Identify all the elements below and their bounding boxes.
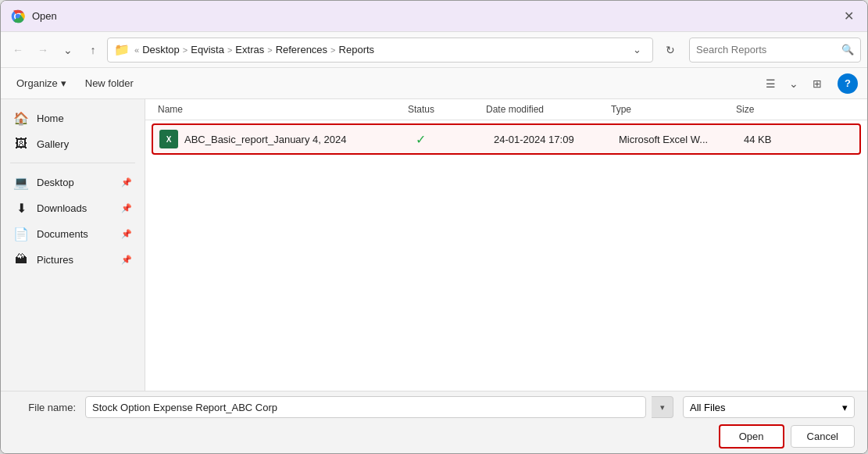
new-folder-button[interactable]: New folder: [79, 74, 140, 92]
path-references[interactable]: References: [276, 44, 327, 55]
address-path: « Desktop > Eqvista > Extras > Reference…: [134, 44, 623, 55]
search-bar: 🔍: [689, 38, 861, 63]
pictures-icon: 🏔: [13, 252, 29, 266]
excel-icon: X: [159, 130, 178, 148]
search-icon: 🔍: [841, 44, 854, 55]
help-button[interactable]: ?: [838, 73, 858, 94]
sidebar-item-label: Pictures: [37, 254, 73, 266]
search-input[interactable]: [696, 44, 837, 55]
file-size: 44 KB: [744, 134, 806, 145]
file-date: 24-01-2024 17:09: [494, 134, 619, 145]
filename-dropdown-button[interactable]: ▾: [652, 396, 673, 418]
column-size[interactable]: Size: [736, 104, 798, 115]
open-dialog: Open ✕ ← → ⌄ ↑ 📁 « Desktop > Eqvista > E…: [0, 0, 868, 454]
refresh-button[interactable]: ↻: [659, 39, 681, 61]
title-bar: Open ✕: [1, 1, 867, 32]
forward-button[interactable]: →: [32, 39, 54, 61]
back-button[interactable]: ←: [7, 39, 29, 61]
filename-row: File name: ▾ All Files ▾: [13, 396, 855, 418]
sidebar-item-label: Home: [37, 113, 64, 124]
column-type[interactable]: Type: [611, 104, 736, 115]
sidebar-item-home[interactable]: 🏠 Home: [4, 106, 141, 130]
file-name: ABC_Basic_report_January 4, 2024: [184, 134, 416, 145]
organize-button[interactable]: Organize ▾: [10, 74, 73, 92]
sidebar: 🏠 Home 🖼 Gallery 💻 Desktop 📌 ⬇ Downloads…: [1, 99, 145, 391]
sidebar-item-label: Documents: [37, 228, 88, 240]
documents-icon: 📄: [13, 227, 29, 241]
file-row[interactable]: X ABC_Basic_report_January 4, 2024 ✓ 24-…: [152, 123, 861, 155]
filetype-select[interactable]: All Files ▾: [683, 396, 855, 418]
cancel-button[interactable]: Cancel: [791, 425, 855, 448]
column-date-modified[interactable]: Date modified: [486, 104, 611, 115]
close-button[interactable]: ✕: [839, 7, 858, 26]
content-area: 🏠 Home 🖼 Gallery 💻 Desktop 📌 ⬇ Downloads…: [1, 99, 867, 391]
pin-icon: 📌: [121, 255, 132, 265]
sidebar-item-gallery[interactable]: 🖼 Gallery: [4, 132, 141, 156]
column-name[interactable]: Name: [158, 104, 408, 115]
dialog-title: Open: [32, 10, 839, 22]
sidebar-item-documents[interactable]: 📄 Documents 📌: [4, 222, 141, 246]
nav-bar: ← → ⌄ ↑ 📁 « Desktop > Eqvista > Extras >…: [1, 32, 867, 68]
path-eqvista[interactable]: Eqvista: [191, 44, 224, 55]
file-list-header: Name Status Date modified Type Size: [145, 99, 867, 120]
sidebar-item-label: Desktop: [37, 177, 74, 188]
home-icon: 🏠: [13, 111, 29, 126]
list-view-button[interactable]: ☰: [759, 73, 781, 95]
file-status: ✓: [416, 132, 494, 147]
desktop-icon: 💻: [13, 175, 29, 190]
pin-icon: 📌: [121, 203, 132, 213]
filetype-value: All Files: [690, 402, 726, 413]
toolbar: Organize ▾ New folder ☰ ⌄ ⊞ ?: [1, 68, 867, 99]
file-type: Microsoft Excel W...: [619, 134, 744, 145]
pin-icon: 📌: [121, 229, 132, 239]
path-reports[interactable]: Reports: [339, 44, 375, 55]
sidebar-item-pictures[interactable]: 🏔 Pictures 📌: [4, 248, 141, 271]
app-icon: [10, 9, 26, 24]
up-button[interactable]: ↑: [82, 39, 104, 61]
column-status[interactable]: Status: [408, 104, 486, 115]
address-bar[interactable]: 📁 « Desktop > Eqvista > Extras > Referen…: [107, 38, 653, 63]
sidebar-divider: [10, 163, 135, 163]
file-name-label: File name:: [13, 402, 76, 413]
sidebar-item-label: Downloads: [37, 202, 87, 214]
bottom-bar: File name: ▾ All Files ▾ Open Cancel: [1, 391, 867, 453]
file-list: Name Status Date modified Type Size X AB…: [145, 99, 867, 391]
filetype-chevron-icon: ▾: [842, 402, 848, 413]
view-dropdown-button[interactable]: ⌄: [783, 73, 805, 95]
pin-icon: 📌: [121, 177, 132, 188]
filename-input[interactable]: [85, 396, 646, 418]
path-extras[interactable]: Extras: [235, 44, 264, 55]
status-check-icon: ✓: [416, 133, 426, 146]
grid-view-button[interactable]: ⊞: [806, 73, 828, 95]
dropdown-button[interactable]: ⌄: [57, 39, 79, 61]
downloads-icon: ⬇: [13, 201, 29, 216]
sidebar-item-downloads[interactable]: ⬇ Downloads 📌: [4, 196, 141, 220]
action-row: Open Cancel: [13, 424, 855, 449]
file-list-body: X ABC_Basic_report_January 4, 2024 ✓ 24-…: [145, 120, 867, 391]
action-buttons: Open Cancel: [719, 424, 855, 449]
folder-icon: 📁: [114, 42, 130, 57]
address-chevron-icon[interactable]: ⌄: [627, 41, 646, 59]
sidebar-item-label: Gallery: [37, 138, 69, 150]
gallery-icon: 🖼: [13, 137, 29, 151]
sidebar-item-desktop[interactable]: 💻 Desktop 📌: [4, 170, 141, 195]
open-button[interactable]: Open: [719, 424, 784, 449]
path-desktop[interactable]: Desktop: [142, 44, 180, 55]
